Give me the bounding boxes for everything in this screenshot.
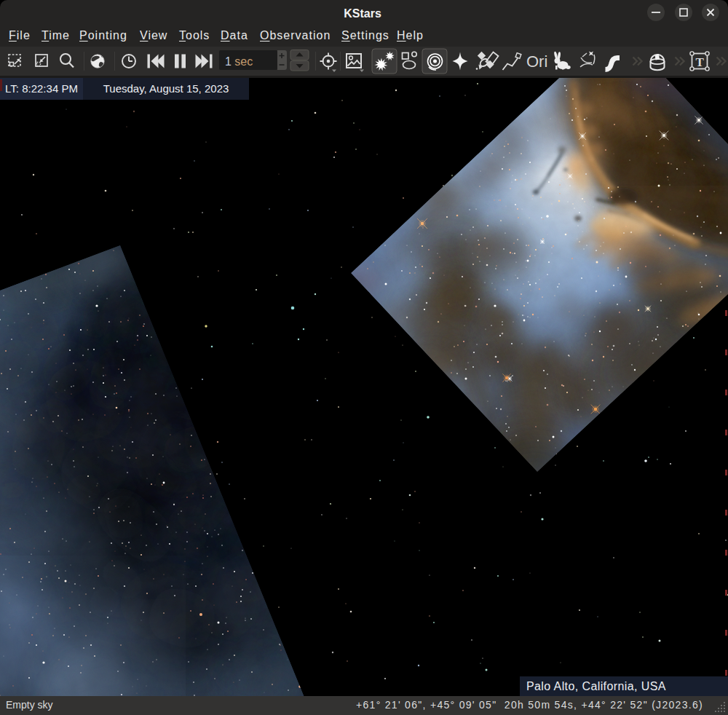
svg-text:1 sec: 1 sec <box>225 55 253 68</box>
svg-text:Ori: Ori <box>526 52 547 71</box>
svg-text:T: T <box>696 55 705 69</box>
